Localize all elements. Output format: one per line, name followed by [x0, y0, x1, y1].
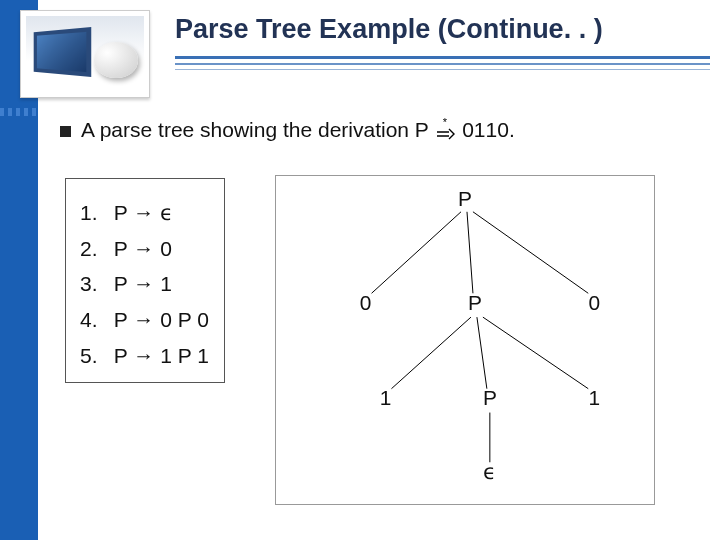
header-image [20, 10, 150, 98]
tree-node: 0 [360, 291, 372, 314]
arrow-icon: → [133, 344, 154, 367]
title-underline [175, 56, 710, 70]
rule-rhs: 1 [160, 272, 172, 295]
rule-number: 3. [80, 266, 108, 302]
rule-number: 1. [80, 195, 108, 231]
slide-header: Parse Tree Example (Continue. . ) [0, 0, 720, 80]
rule-lhs: P [114, 272, 128, 295]
arrow-icon: → [133, 308, 154, 331]
svg-line-2 [467, 212, 473, 294]
rule-rhs: 0 [160, 237, 172, 260]
grammar-row: 2. P → 0 [80, 231, 210, 267]
tree-node-epsilon: ϵ [483, 460, 496, 483]
bullet-icon [60, 126, 71, 137]
svg-line-5 [477, 317, 487, 389]
rule-lhs: P [114, 344, 128, 367]
side-accent-dash [0, 108, 38, 116]
grammar-row: 4. P → 0 P 0 [80, 302, 210, 338]
rule-lhs: P [114, 201, 128, 224]
bullet-text-suffix: 0110. [456, 118, 514, 141]
grammar-row: 1. P → ϵ [80, 195, 210, 231]
slide-title: Parse Tree Example (Continue. . ) [175, 14, 710, 45]
svg-line-1 [372, 212, 461, 294]
svg-line-6 [483, 317, 588, 389]
tree-node-root: P [458, 187, 472, 210]
tree-node: P [483, 386, 497, 409]
arrow-icon: → [133, 272, 154, 295]
rule-rhs: 1 P 1 [160, 344, 209, 367]
arrow-icon: → [133, 201, 154, 224]
rule-lhs: P [114, 308, 128, 331]
rule-number: 4. [80, 302, 108, 338]
tree-node: 0 [588, 291, 600, 314]
bullet-line: A parse tree showing the derivation P * … [60, 118, 515, 142]
tree-node: P [468, 291, 482, 314]
rule-number: 5. [80, 338, 108, 374]
grammar-row: 5. P → 1 P 1 [80, 338, 210, 374]
svg-line-4 [391, 317, 471, 389]
rule-number: 2. [80, 231, 108, 267]
tree-node: 1 [588, 386, 600, 409]
bullet-text-prefix: A parse tree showing the derivation P [81, 118, 434, 141]
parse-tree: P 0 P 0 1 P 1 ϵ [275, 175, 655, 505]
rule-lhs: P [114, 237, 128, 260]
rule-rhs: 0 P 0 [160, 308, 209, 331]
svg-text:*: * [443, 118, 448, 128]
derives-star-icon: * [434, 118, 456, 140]
tree-edges [372, 212, 589, 462]
arrow-icon: → [133, 237, 154, 260]
grammar-row: 3. P → 1 [80, 266, 210, 302]
rule-rhs: ϵ [160, 201, 173, 224]
grammar-box: 1. P → ϵ 2. P → 0 3. P → 1 4. P → 0 P 0 … [65, 178, 225, 383]
tree-node: 1 [380, 386, 392, 409]
svg-line-3 [473, 212, 588, 294]
